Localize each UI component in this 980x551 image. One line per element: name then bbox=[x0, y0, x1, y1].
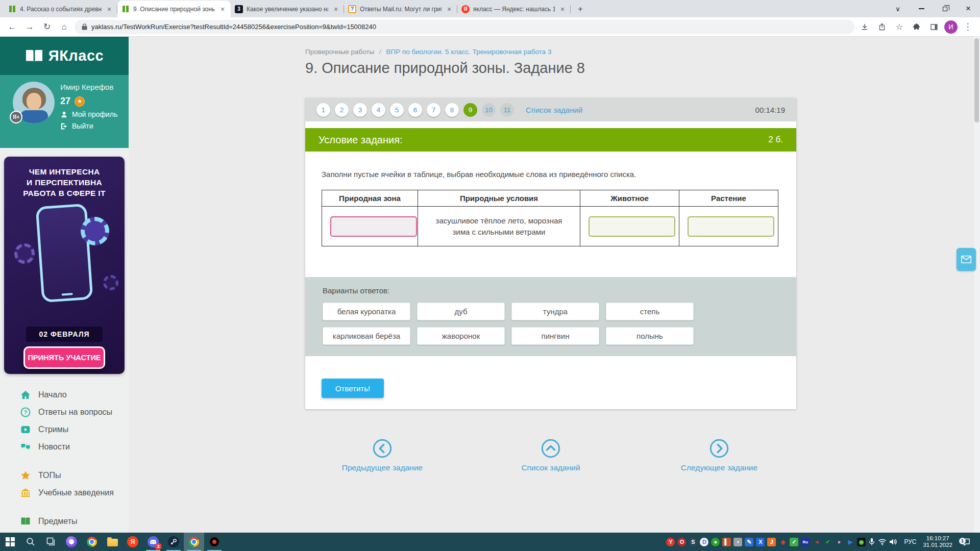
it-event-ad-banner[interactable]: ЧЕМ ИНТЕРЕСНА И ПЕРСПЕКТИВНА РАБОТА В СФ… bbox=[4, 157, 125, 374]
recorder-tray-icon[interactable]: ● bbox=[711, 538, 720, 546]
scrollbar-thumb[interactable] bbox=[974, 38, 979, 122]
action-center-button[interactable]: 1 bbox=[959, 538, 972, 546]
feedback-mail-tab[interactable] bbox=[957, 248, 976, 271]
diamond-tray-icon[interactable]: ◆ bbox=[778, 538, 787, 546]
kebab-menu-icon[interactable]: ⋮ bbox=[961, 20, 975, 34]
option-lark[interactable]: жаворонок bbox=[417, 327, 505, 345]
sidebar-item-tops[interactable]: ТОПы bbox=[20, 467, 129, 484]
speaker-tray-icon[interactable]: ◄ bbox=[812, 538, 821, 546]
alice-app-icon[interactable] bbox=[61, 533, 82, 551]
option-steppe[interactable]: степь bbox=[606, 303, 694, 320]
sidebar-item-subjects[interactable]: Предметы bbox=[20, 513, 129, 530]
profile-avatar[interactable]: И bbox=[944, 20, 958, 34]
volume-icon[interactable] bbox=[889, 538, 897, 545]
ad-participate-button[interactable]: ПРИНЯТЬ УЧАСТИЕ bbox=[23, 346, 105, 369]
question-1[interactable]: 1 bbox=[316, 103, 330, 117]
question-10[interactable]: 10 bbox=[482, 103, 496, 117]
share-icon[interactable] bbox=[875, 20, 889, 34]
token-tray-icon[interactable]: ▍ bbox=[722, 538, 731, 546]
address-bar[interactable]: yaklass.ru/TestWorkRun/Exercise?testResu… bbox=[75, 20, 854, 34]
pen-tray-icon[interactable]: ✎ bbox=[745, 538, 753, 546]
plant-answer-input[interactable] bbox=[688, 216, 774, 237]
breadcrumb-current-link[interactable]: ВПР по биологии. 5 класс. Тренировочная … bbox=[386, 48, 552, 56]
task-list-bottom-link[interactable]: Список заданий bbox=[500, 439, 602, 472]
sidebar-item-streams[interactable]: Стримы bbox=[20, 421, 129, 438]
explorer-app-icon[interactable] bbox=[102, 533, 122, 551]
question-3[interactable]: 3 bbox=[353, 103, 367, 117]
tab-close-icon[interactable]: × bbox=[445, 5, 453, 13]
option-white-partridge[interactable]: белая куропатка bbox=[323, 303, 410, 320]
discord-tray-icon[interactable]: D bbox=[700, 538, 708, 546]
badge-tray-icon[interactable]: ● bbox=[835, 538, 843, 546]
new-tab-button[interactable]: + bbox=[574, 3, 587, 16]
sidebar-item-schools[interactable]: Учебные заведения bbox=[20, 484, 129, 502]
lock-tray-icon[interactable]: • bbox=[733, 538, 742, 546]
question-7[interactable]: 7 bbox=[427, 103, 440, 117]
wifi-icon[interactable] bbox=[878, 538, 887, 545]
breadcrumb-root-link[interactable]: Проверочные работы bbox=[305, 48, 374, 56]
side-panel-icon[interactable] bbox=[927, 20, 941, 34]
previous-task-link[interactable]: Предыдущее задание bbox=[331, 439, 433, 472]
question-9-current[interactable]: 9 bbox=[463, 103, 477, 117]
download-icon[interactable] bbox=[857, 20, 872, 34]
my-profile-link[interactable]: Мой профиль bbox=[60, 110, 117, 118]
chrome-app-icon[interactable] bbox=[82, 533, 102, 551]
back-button[interactable]: ← bbox=[5, 20, 19, 34]
question-8[interactable]: 8 bbox=[445, 103, 459, 117]
forward-button[interactable]: → bbox=[22, 20, 37, 34]
tab-1[interactable]: 4. Рассказ о событиях древней × bbox=[4, 1, 117, 17]
xsplit-tray-icon[interactable]: X bbox=[756, 538, 765, 546]
ru-lang-tray-icon[interactable]: Ru bbox=[801, 538, 810, 546]
shield-tray-icon[interactable]: ✓ bbox=[790, 538, 798, 546]
submit-answer-button[interactable]: Ответить! bbox=[322, 379, 384, 398]
reload-button[interactable]: ↻ bbox=[40, 20, 54, 34]
page-scrollbar[interactable] bbox=[973, 37, 980, 533]
sidebar-item-answers[interactable]: ? Ответы на вопросы bbox=[20, 404, 129, 421]
tab-close-icon[interactable]: × bbox=[105, 5, 113, 13]
taskbar-clock[interactable]: 16:10:27 31.01.2022 bbox=[923, 535, 952, 548]
search-button[interactable] bbox=[20, 533, 41, 551]
window-menu-chevron-icon[interactable]: ∨ bbox=[886, 0, 910, 17]
gps-tray-icon[interactable]: ◉ bbox=[857, 538, 866, 546]
tab-3[interactable]: 3 Какое увеличение указано на о × bbox=[231, 1, 344, 17]
question-4[interactable]: 4 bbox=[372, 103, 385, 117]
restore-button[interactable] bbox=[933, 0, 957, 17]
yaklass-logo[interactable]: ЯКласс bbox=[0, 37, 129, 75]
logout-link[interactable]: Выйти bbox=[60, 122, 117, 130]
yandex-tray-icon[interactable]: Y bbox=[666, 538, 675, 546]
tab-close-icon[interactable]: × bbox=[218, 5, 227, 13]
sidebar-item-home[interactable]: Начало bbox=[20, 386, 129, 404]
extensions-puzzle-icon[interactable] bbox=[910, 20, 924, 34]
tab-2-active[interactable]: 9. Описание природной зоны. × bbox=[117, 1, 231, 17]
steam-app-icon[interactable] bbox=[163, 533, 184, 551]
close-button[interactable]: × bbox=[957, 0, 980, 17]
check-tray-icon[interactable]: ✔ bbox=[823, 538, 832, 546]
opera-tray-icon[interactable]: O bbox=[677, 538, 686, 546]
yandex-browser-app-icon[interactable]: Я bbox=[122, 533, 143, 551]
steam-tray-icon[interactable]: S bbox=[689, 538, 697, 546]
question-2[interactable]: 2 bbox=[335, 103, 349, 117]
option-tundra[interactable]: тундра bbox=[511, 303, 599, 320]
tab-5[interactable]: Я якласс — Яндекс: нашлась 101 т × bbox=[457, 1, 571, 17]
java-tray-icon[interactable]: J bbox=[767, 538, 776, 546]
next-task-link[interactable]: Следующее задание bbox=[668, 439, 770, 472]
task-list-link[interactable]: Список заданий bbox=[526, 106, 582, 114]
recorder-app-icon[interactable] bbox=[204, 533, 225, 551]
option-penguin[interactable]: пингвин bbox=[511, 327, 599, 345]
bookmark-star-icon[interactable]: ☆ bbox=[892, 20, 906, 34]
discord-app-icon[interactable]: 3 bbox=[143, 533, 163, 551]
tab-4[interactable]: ? Ответы Mail.ru: Могут ли грибы × bbox=[344, 1, 457, 17]
chrome-active-app-icon[interactable] bbox=[184, 533, 204, 551]
language-indicator[interactable]: РУС bbox=[904, 538, 916, 545]
sidebar-item-news[interactable]: Новости bbox=[20, 438, 129, 456]
animal-answer-input[interactable] bbox=[589, 216, 675, 237]
option-oak[interactable]: дуб bbox=[417, 303, 505, 320]
home-button[interactable]: ⌂ bbox=[57, 20, 71, 34]
option-wormwood[interactable]: полынь bbox=[606, 327, 694, 345]
question-6[interactable]: 6 bbox=[408, 103, 422, 117]
mic-icon[interactable] bbox=[868, 538, 875, 546]
option-dwarf-birch[interactable]: карликовая берёза bbox=[323, 327, 410, 345]
question-11[interactable]: 11 bbox=[500, 103, 514, 117]
task-view-button[interactable] bbox=[41, 533, 61, 551]
start-button[interactable] bbox=[0, 533, 20, 551]
